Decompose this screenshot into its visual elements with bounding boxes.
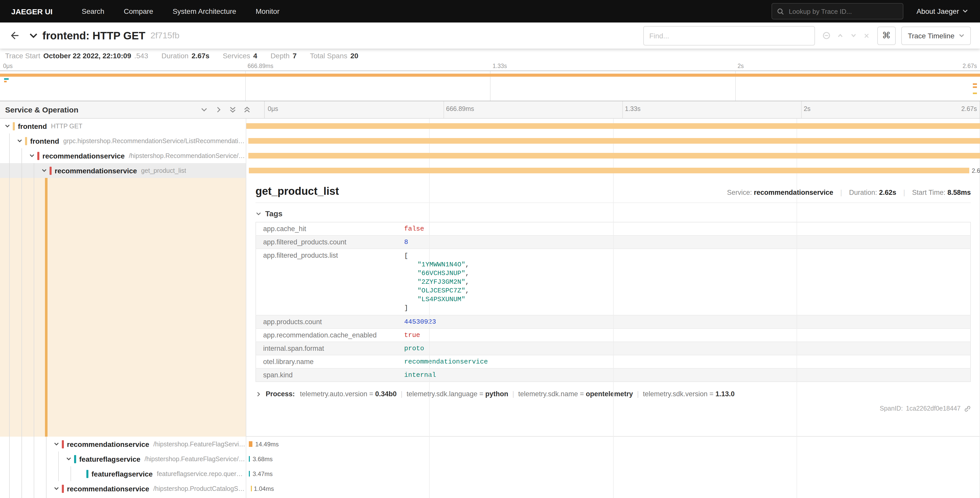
span-bar[interactable] bbox=[248, 441, 253, 447]
span-bar[interactable] bbox=[248, 138, 980, 144]
process-items: telemetry.auto.version = 0.34b0|telemetr… bbox=[300, 390, 735, 398]
trace-start-label: Trace Start bbox=[5, 51, 40, 59]
search-icon bbox=[776, 7, 784, 15]
json-punct: ] bbox=[404, 304, 965, 313]
span-bar-cell[interactable] bbox=[246, 134, 980, 148]
span-bar[interactable] bbox=[248, 168, 969, 173]
nav-item-search[interactable]: Search bbox=[72, 0, 114, 22]
span-name-cell[interactable]: recommendationservice/hipstershop.Featur… bbox=[0, 437, 246, 452]
span-name: featureflagservicefeatureflagservice.rep… bbox=[0, 466, 246, 481]
span-toggle-icon[interactable] bbox=[53, 441, 60, 447]
span-bar-cell[interactable]: 3.68ms bbox=[246, 452, 980, 466]
tags-table: app.cache_hitfalseapp.filtered_products.… bbox=[256, 222, 971, 382]
service-name: frontend bbox=[30, 137, 59, 145]
tags-section-toggle[interactable]: Tags bbox=[256, 209, 971, 218]
span-toggle-icon[interactable] bbox=[65, 456, 72, 462]
span-bar-cell[interactable]: 3.47ms bbox=[246, 466, 980, 481]
tag-value: 44530923 bbox=[397, 315, 970, 329]
timeline-tick-label: 0μs bbox=[3, 63, 13, 69]
nav-item-monitor[interactable]: Monitor bbox=[246, 0, 289, 22]
span-toggle-icon[interactable] bbox=[4, 123, 11, 129]
span-bar-cell[interactable] bbox=[246, 119, 980, 134]
span-name-cell[interactable] bbox=[0, 496, 246, 498]
expand-one-icon[interactable] bbox=[200, 106, 208, 113]
span-row: recommendationserviceget_product_list2.6… bbox=[0, 163, 980, 178]
find-next-icon[interactable] bbox=[850, 32, 857, 39]
about-jaeger-menu[interactable]: About Jaeger bbox=[916, 7, 968, 15]
copy-link-icon[interactable] bbox=[964, 405, 971, 412]
span-rows-bottom: recommendationservice/hipstershop.Featur… bbox=[0, 437, 980, 496]
span-toggle-icon[interactable] bbox=[41, 167, 48, 174]
find-input[interactable] bbox=[643, 26, 815, 45]
timeline-tick-label: 2s bbox=[804, 105, 810, 112]
service-operation-header: Service & Operation bbox=[5, 105, 78, 114]
process-section-toggle[interactable]: Process: telemetry.auto.version = 0.34b0… bbox=[256, 390, 971, 398]
span-name-cell[interactable]: recommendationservice/hipstershop.Recomm… bbox=[0, 148, 246, 163]
process-item: telemetry.sdk.language = python bbox=[407, 390, 508, 398]
span-name-cell[interactable]: frontendgrpc.hipstershop.RecommendationS… bbox=[0, 134, 246, 148]
span-bar[interactable] bbox=[249, 456, 250, 462]
span-row: featureflagservicefeatureflagservice.rep… bbox=[0, 466, 980, 481]
json-string: "1YMWWN1N4O" bbox=[417, 261, 465, 268]
tag-value-number: 44530923 bbox=[404, 318, 436, 326]
span-bar-cell[interactable]: 1.04ms bbox=[246, 481, 980, 496]
app-logo[interactable]: JAEGER UI bbox=[11, 7, 52, 16]
span-bar[interactable] bbox=[248, 153, 980, 158]
separator: | bbox=[512, 390, 514, 398]
span-bar-cell[interactable] bbox=[246, 148, 980, 163]
operation-name: /hipstershop.RecommendationService/Lis… bbox=[129, 152, 246, 159]
divider bbox=[256, 203, 971, 203]
find-controls bbox=[820, 31, 872, 40]
tag-value-string: internal bbox=[404, 371, 436, 379]
minimap-canvas[interactable] bbox=[0, 70, 980, 101]
span-name-cell[interactable]: featureflagservice/hipstershop.FeatureFl… bbox=[0, 452, 246, 466]
expand-all-icon[interactable] bbox=[229, 106, 237, 113]
collapse-all-icon[interactable] bbox=[243, 106, 251, 113]
process-key: telemetry.auto.version = bbox=[300, 390, 375, 398]
ruler-gridline bbox=[444, 101, 444, 118]
trace-collapse-toggle[interactable] bbox=[29, 31, 38, 40]
service-label: Service: bbox=[727, 189, 752, 196]
nav-item-system-architecture[interactable]: System Architecture bbox=[163, 0, 246, 22]
json-punct: [ bbox=[404, 252, 965, 260]
json-list-item: "2ZYFJ3GM2N", bbox=[404, 278, 965, 286]
span-name-cell[interactable]: recommendationserviceget_product_list bbox=[0, 163, 246, 178]
span-toggle-icon[interactable] bbox=[16, 137, 23, 144]
span-rows-region: frontendHTTP GETfrontendgrpc.hipstershop… bbox=[0, 119, 980, 498]
span-bar[interactable] bbox=[249, 471, 250, 477]
span-row: recommendationservice/hipstershop.Produc… bbox=[0, 481, 980, 496]
trace-lookup-input[interactable] bbox=[788, 7, 898, 16]
nav-item-compare[interactable]: Compare bbox=[114, 0, 163, 22]
span-name-cell[interactable]: featureflagservicefeatureflagservice.rep… bbox=[0, 466, 246, 481]
span-bar[interactable] bbox=[246, 123, 980, 129]
tag-row: app.products.count44530923 bbox=[256, 315, 970, 329]
span-bar-cell[interactable]: 2.62s bbox=[246, 163, 980, 178]
service-color-chip bbox=[25, 137, 27, 145]
span-duration-label: 3.68ms bbox=[253, 456, 273, 463]
span-bar-cell[interactable]: 14.49ms bbox=[246, 437, 980, 452]
find-results-icon[interactable] bbox=[822, 31, 830, 40]
separator: | bbox=[637, 390, 639, 398]
span-name-cell[interactable]: frontendHTTP GET bbox=[0, 119, 246, 134]
json-string: "OLJCESPC7Z" bbox=[417, 287, 465, 295]
back-button[interactable] bbox=[7, 29, 21, 43]
tag-value: proto bbox=[397, 342, 970, 355]
span-bar-cell[interactable] bbox=[246, 496, 980, 498]
find-clear-icon[interactable] bbox=[863, 32, 870, 39]
span-name-cell[interactable]: recommendationservice/hipstershop.Produc… bbox=[0, 481, 246, 496]
span-id-row: SpanID: 1ca2262df0e18447 bbox=[256, 405, 971, 412]
keyboard-shortcuts-button[interactable]: ⌘ bbox=[877, 26, 896, 45]
trace-lookup-box[interactable] bbox=[771, 3, 903, 19]
minimap-tick-labels: 0μs666.89ms1.33s2s2.67s bbox=[0, 62, 980, 70]
tree-guide-line bbox=[9, 496, 10, 498]
trace-view-selector[interactable]: Trace Timeline bbox=[901, 26, 971, 45]
find-prev-icon[interactable] bbox=[836, 32, 844, 39]
span-bar[interactable] bbox=[251, 486, 251, 492]
span-toggle-icon[interactable] bbox=[29, 152, 35, 159]
minimap-span-mark bbox=[4, 78, 9, 80]
span-toggle-icon[interactable] bbox=[53, 485, 60, 492]
json-list-item: "66VCHSJNUP", bbox=[404, 269, 965, 278]
command-icon: ⌘ bbox=[882, 30, 891, 41]
collapse-one-icon[interactable] bbox=[215, 106, 222, 113]
json-punct: , bbox=[465, 278, 469, 286]
